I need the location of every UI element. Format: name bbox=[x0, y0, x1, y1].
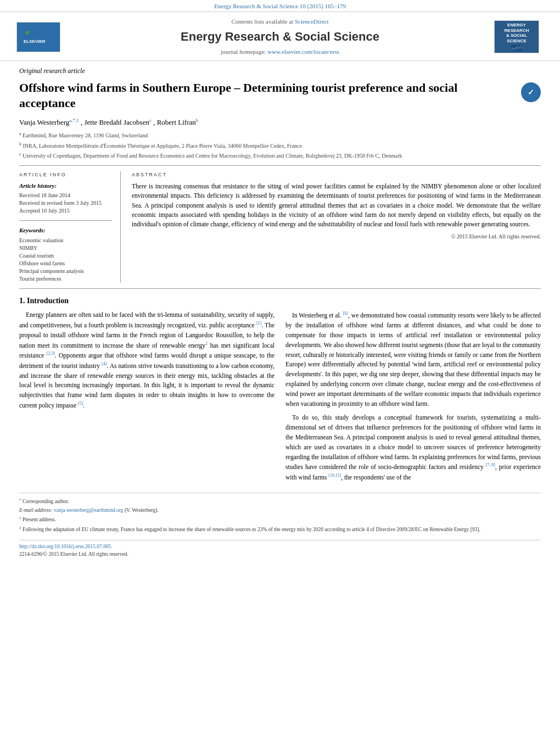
journal-header-center: Contents lists available at ScienceDirec… bbox=[66, 18, 494, 56]
author1-sup: a,*,1 bbox=[69, 118, 79, 123]
keywords-section: Keywords: Economic valuation NIMBY Coast… bbox=[19, 226, 112, 282]
article-info-col: ARTICLE INFO Article history: Received 1… bbox=[19, 171, 121, 282]
page-container: Energy Research & Social Science 10 (201… bbox=[0, 0, 560, 742]
copyright: © 2015 Elsevier Ltd. All rights reserved… bbox=[132, 232, 541, 241]
article-title-area: Offshore wind farms in Southern Europe –… bbox=[19, 80, 541, 111]
article-info-abstract: ARTICLE INFO Article history: Received 1… bbox=[19, 171, 541, 282]
affiliations: a Earthmind, Rue Mauverney 28, 1196 Glan… bbox=[19, 131, 541, 160]
author3-sup: b bbox=[196, 118, 199, 123]
author3-name: , Robert Lifran bbox=[153, 118, 196, 126]
keyword-5: Principal component analysis bbox=[19, 267, 112, 275]
author2-name: , Jette Bredahl Jacobsen bbox=[81, 118, 149, 126]
intro-col-right: In Westerberg et al. [6], we demonstrate… bbox=[285, 310, 541, 487]
article-info-heading: ARTICLE INFO bbox=[19, 171, 112, 178]
intro-para-right-2: To do so, this study develops a conceptu… bbox=[285, 413, 541, 482]
keyword-4: Offshore wind farms bbox=[19, 260, 112, 267]
author2-sup: c bbox=[149, 118, 152, 123]
journal-homepage: journal homepage: www.elsevier.com/locat… bbox=[66, 48, 494, 56]
bottom-bar: http://dx.doi.org/10.1016/j.erss.2015.07… bbox=[19, 540, 541, 558]
article-received: Received 18 June 2014 bbox=[19, 192, 112, 199]
keyword-6: Tourist preferences bbox=[19, 275, 112, 283]
keywords-label: Keywords: bbox=[19, 226, 112, 235]
article-title-text: Offshore wind farms in Southern Europe –… bbox=[19, 80, 521, 111]
journal-badge-area: ENERGY RESEARCH & SOCIAL SCIENCE bbox=[494, 20, 544, 53]
article-history: Article history: Received 18 June 2014 R… bbox=[19, 182, 112, 215]
email-link[interactable]: vanja.westerberg@earthmind.org bbox=[54, 507, 124, 513]
journal-title: Energy Research & Social Science bbox=[66, 29, 494, 46]
introduction-section: 1. Introduction Energy planners are ofte… bbox=[19, 295, 541, 487]
footnote-2: 2 Following the adaptation of EU climate… bbox=[19, 526, 541, 533]
footnote-email: E-mail address: vanja.westerberg@earthmi… bbox=[19, 507, 541, 514]
issn-text: 2214-6296/© 2015 Elsevier Ltd. All right… bbox=[19, 551, 128, 557]
elsevier-logo: 🌿 ELSEVIER bbox=[16, 22, 60, 52]
elsevier-logo-area: 🌿 ELSEVIER bbox=[16, 22, 66, 52]
divider-info bbox=[19, 220, 112, 221]
doi-link[interactable]: http://dx.doi.org/10.1016/j.erss.2015.07… bbox=[19, 544, 111, 549]
keyword-2: NIMBY bbox=[19, 244, 112, 252]
contents-line: Contents lists available at ScienceDirec… bbox=[66, 18, 494, 26]
abstract-text: There is increasing consensus that resis… bbox=[132, 182, 541, 241]
intro-col-left: Energy planners are often said to be fac… bbox=[19, 310, 275, 487]
badge-graphic bbox=[508, 45, 525, 52]
article-revised: Received in revised form 3 July 2015 bbox=[19, 199, 112, 207]
affiliation-a: a Earthmind, Rue Mauverney 28, 1196 Glan… bbox=[19, 131, 541, 140]
affiliation-b: b INRA, Laboratoire Montpelliérain d'Éco… bbox=[19, 141, 541, 150]
article-type: Original research article bbox=[19, 66, 541, 76]
svg-text:ELSEVIER: ELSEVIER bbox=[24, 39, 46, 44]
journal-badge: ENERGY RESEARCH & SOCIAL SCIENCE bbox=[494, 20, 539, 53]
article-history-label: Article history: bbox=[19, 182, 112, 190]
footnotes: * Corresponding author. E-mail address: … bbox=[19, 493, 541, 534]
footnote-star: * Corresponding author. bbox=[19, 498, 541, 505]
affiliation-c: c University of Copenhagen, Department o… bbox=[19, 151, 541, 160]
intro-para-1: Energy planners are often said to be fac… bbox=[19, 310, 275, 410]
abstract-col: ABSTRACT There is increasing consensus t… bbox=[132, 171, 541, 282]
abstract-heading: ABSTRACT bbox=[132, 171, 541, 178]
keyword-3: Coastal tourism bbox=[19, 252, 112, 260]
divider-2 bbox=[19, 288, 541, 289]
introduction-title: 1. Introduction bbox=[19, 295, 541, 306]
svg-text:🌿: 🌿 bbox=[25, 30, 30, 35]
intro-para-right-1: In Westerberg et al. [6], we demonstrate… bbox=[285, 310, 541, 409]
author1-name: Vanja Westerberg bbox=[19, 118, 69, 126]
main-content: Original research article Offshore wind … bbox=[0, 61, 560, 566]
journal-citation: Energy Research & Social Science 10 (201… bbox=[214, 3, 346, 9]
journal-header: 🌿 ELSEVIER Contents lists available at S… bbox=[0, 12, 560, 61]
introduction-body: Energy planners are often said to be fac… bbox=[19, 310, 541, 487]
journal-homepage-link[interactable]: www.elsevier.com/locate/erss bbox=[267, 48, 339, 55]
crossmark-badge: ✓ bbox=[521, 82, 541, 102]
journal-top-bar: Energy Research & Social Science 10 (201… bbox=[0, 0, 560, 12]
divider-1 bbox=[19, 165, 541, 166]
footnote-1: 1 Present address. bbox=[19, 516, 541, 523]
svg-text:✓: ✓ bbox=[528, 88, 534, 97]
sciencedirect-link[interactable]: ScienceDirect bbox=[295, 18, 329, 25]
article-accepted: Accepted 10 July 2015 bbox=[19, 207, 112, 215]
keyword-1: Economic valuation bbox=[19, 237, 112, 244]
authors: Vanja Westerberga,*,1 , Jette Bredahl Ja… bbox=[19, 117, 541, 128]
